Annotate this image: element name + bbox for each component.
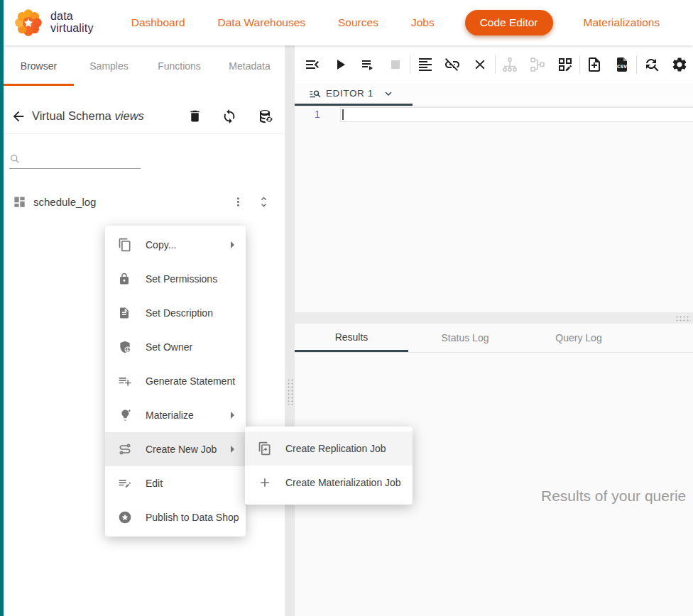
code-editor-area[interactable]: 1 — [295, 106, 693, 312]
menu-item-label: Set Owner — [146, 341, 239, 353]
menu-item-publish-to-data-shop[interactable]: Publish to Data Shop — [105, 500, 246, 534]
description-icon — [118, 306, 132, 320]
nav-materializations[interactable]: Materializations — [584, 16, 660, 29]
tab-functions[interactable]: Functions — [144, 45, 214, 86]
refresh-metadata-button[interactable] — [256, 108, 273, 125]
results-resize-divider[interactable] — [295, 312, 693, 324]
back-button[interactable] — [11, 109, 26, 124]
toolbar-separator — [495, 55, 496, 74]
menu-item-set-permissions[interactable]: Set Permissions — [105, 262, 246, 296]
menu-item-label: Create New Job — [146, 444, 231, 455]
active-line[interactable] — [340, 107, 693, 122]
route-icon — [118, 442, 132, 456]
results-tabs: Results Status Log Query Log — [295, 324, 693, 353]
find-replace-icon[interactable] — [638, 50, 665, 79]
menu-item-label: Create Replication Job — [285, 443, 405, 454]
export-csv-icon[interactable]: CSV — [609, 50, 636, 79]
toolbar-separator — [636, 55, 637, 74]
tab-samples[interactable]: Samples — [74, 45, 144, 86]
view-table-icon — [13, 195, 26, 209]
playlist-edit-icon — [118, 476, 132, 490]
menu-open-icon[interactable] — [299, 50, 327, 79]
playlist-add-icon — [118, 374, 132, 388]
menu-item-create-materialization-job[interactable]: Create Materialization Job — [245, 466, 413, 500]
database-sync-icon — [256, 108, 273, 125]
delete-schema-button[interactable] — [187, 109, 202, 123]
sidebar-tabs: Browser Samples Functions Metadata — [4, 45, 285, 86]
chevron-down-icon[interactable] — [382, 87, 395, 100]
search-input[interactable] — [25, 153, 153, 165]
tab-status-log[interactable]: Status Log — [408, 324, 522, 352]
nav-data-warehouses[interactable]: Data Warehouses — [218, 16, 306, 29]
format-align-icon[interactable] — [411, 50, 439, 79]
schema-diagram-icon — [523, 50, 551, 79]
menu-item-create-replication-job[interactable]: Create Replication Job — [245, 431, 413, 466]
line-number: 1 — [295, 109, 340, 120]
menu-item-set-description[interactable]: Set Description — [105, 296, 246, 330]
create-new-job-submenu: Create Replication Job Create Materializ… — [245, 427, 413, 505]
menu-item-label: Edit — [146, 478, 239, 489]
run-icon[interactable] — [327, 50, 354, 79]
nav-sources[interactable]: Sources — [338, 16, 378, 29]
schema-title: Virtual Schemaviews — [32, 109, 187, 123]
menu-item-label: Copy... — [146, 239, 231, 251]
settings-icon[interactable] — [665, 50, 693, 79]
submenu-arrow-icon — [231, 446, 234, 453]
tab-query-log[interactable]: Query Log — [522, 324, 635, 352]
menu-item-label: Generate Statement — [146, 375, 239, 387]
menu-item-generate-statement[interactable]: Generate Statement — [105, 364, 246, 398]
menu-item-label: Publish to Data Shop — [146, 512, 239, 523]
tab-results[interactable]: Results — [295, 324, 408, 352]
menu-item-label: Materialize — [146, 409, 231, 421]
app-root: data virtuality Dashboard Data Warehouse… — [0, 0, 693, 616]
menu-item-label: Set Description — [146, 307, 239, 319]
menu-item-copy[interactable]: Copy... — [105, 228, 246, 262]
shield-person-icon — [118, 340, 132, 354]
logo-line-2: virtuality — [50, 23, 94, 35]
logo-flower-icon — [13, 7, 44, 38]
clear-icon[interactable] — [466, 50, 494, 79]
edit-grid-icon[interactable] — [551, 50, 579, 79]
star-circle-icon — [118, 510, 132, 524]
schema-title-text: Virtual Schema — [32, 109, 111, 122]
svg-text:CSV: CSV — [617, 63, 627, 68]
menu-item-label: Set Permissions — [146, 273, 239, 285]
unlink-icon[interactable] — [439, 50, 466, 79]
tree-item-label: schedule_log — [33, 196, 231, 208]
menu-item-create-new-job[interactable]: Create New Job — [105, 432, 246, 466]
schema-header: Virtual Schemaviews — [4, 99, 285, 134]
run-selection-icon[interactable] — [354, 50, 382, 79]
nav-jobs[interactable]: Jobs — [411, 16, 435, 29]
menu-item-materialize[interactable]: Materialize — [105, 398, 246, 432]
menu-item-set-owner[interactable]: Set Owner — [105, 330, 246, 364]
app-logo[interactable]: data virtuality — [13, 7, 94, 38]
lock-icon — [118, 272, 132, 286]
new-file-icon[interactable] — [581, 50, 609, 79]
edge-accent-bar — [0, 0, 4, 616]
item-menu-button[interactable] — [231, 195, 245, 209]
drag-handle-icon — [287, 378, 293, 405]
nav-code-editor[interactable]: Code Editor — [465, 10, 553, 35]
back-arrow-icon — [11, 109, 26, 124]
logo-text: data virtuality — [50, 11, 94, 34]
item-context-menu: Copy... Set Permissions Set Description … — [105, 226, 246, 537]
line-number-gutter: 1 — [295, 106, 340, 312]
tab-metadata[interactable]: Metadata — [214, 45, 285, 86]
tab-editor-1[interactable]: EDITOR 1 — [295, 83, 413, 106]
unfold-more-icon — [257, 195, 271, 209]
copy-icon — [118, 238, 132, 252]
submenu-arrow-icon — [231, 241, 234, 248]
expand-item-button[interactable] — [257, 195, 271, 209]
tree-item-actions — [231, 195, 271, 209]
editor-toolbar: CSV — [295, 45, 693, 83]
refresh-schema-button[interactable] — [222, 109, 237, 124]
tree-item-schedule-log[interactable]: schedule_log — [4, 186, 285, 217]
tab-browser[interactable]: Browser — [4, 45, 74, 86]
logo-line-1: data — [50, 11, 94, 23]
menu-item-edit[interactable]: Edit — [105, 466, 246, 500]
nav-dashboard[interactable]: Dashboard — [131, 16, 185, 29]
text-caret — [342, 109, 344, 120]
panel-resize-divider[interactable] — [285, 45, 295, 616]
stop-icon — [381, 50, 409, 79]
nav-links: Dashboard Data Warehouses Sources Jobs C… — [115, 10, 693, 35]
